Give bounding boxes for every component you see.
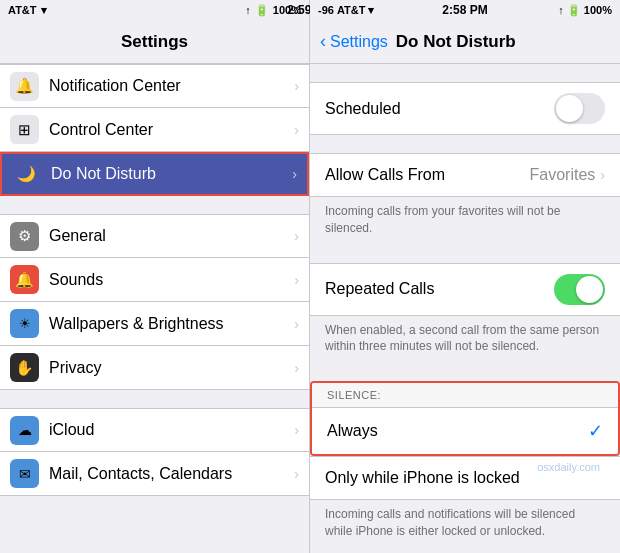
- back-chevron-icon: ‹: [320, 31, 326, 52]
- allow-calls-chevron: ›: [600, 167, 605, 183]
- repeated-calls-item[interactable]: Repeated Calls: [310, 263, 620, 316]
- scheduled-label: Scheduled: [325, 100, 554, 118]
- privacy-chevron: ›: [294, 360, 299, 376]
- right-wifi-icon: ▾: [368, 4, 374, 17]
- dnd-icon: 🌙: [12, 160, 41, 189]
- control-center-label: Control Center: [49, 121, 294, 139]
- right-signal: -96: [318, 4, 334, 16]
- left-panel: AT&T ▾ 2:59 PM ↑ 🔋 100% Settings 🔔 Notif…: [0, 0, 310, 553]
- right-status-left: -96 AT&T ▾: [318, 4, 374, 17]
- only-locked-section: Only while iPhone is locked Incoming cal…: [310, 456, 620, 548]
- left-nav-title: Settings: [121, 32, 188, 52]
- wallpaper-chevron: ›: [294, 316, 299, 332]
- back-label: Settings: [330, 33, 388, 51]
- sounds-icon: 🔔: [10, 265, 39, 294]
- settings-group-2: ⚙ General › 🔔 Sounds › ☀ Wallpapers & Br…: [0, 214, 309, 390]
- right-status-bar: -96 AT&T ▾ 2:58 PM ↑ 🔋 100%: [310, 0, 620, 20]
- general-label: General: [49, 227, 294, 245]
- privacy-icon: ✋: [10, 353, 39, 382]
- settings-group-3: ☁ iCloud › ✉ Mail, Contacts, Calendars ›: [0, 408, 309, 496]
- sidebar-item-do-not-disturb[interactable]: 🌙 Do Not Disturb ›: [0, 152, 309, 196]
- left-status-bar: AT&T ▾ 2:59 PM ↑ 🔋 100%: [0, 0, 309, 20]
- wallpaper-icon: ☀: [10, 309, 39, 338]
- back-button[interactable]: ‹ Settings: [320, 31, 388, 52]
- sidebar-item-sounds[interactable]: 🔔 Sounds ›: [0, 258, 309, 302]
- only-locked-label: Only while iPhone is locked: [325, 469, 520, 486]
- right-gps-icon: ↑: [558, 4, 564, 16]
- dnd-chevron: ›: [292, 166, 297, 182]
- settings-list: 🔔 Notification Center › ⊞ Control Center…: [0, 64, 309, 553]
- sidebar-item-mail[interactable]: ✉ Mail, Contacts, Calendars ›: [0, 452, 309, 496]
- allow-calls-value: Favorites: [530, 166, 596, 184]
- mail-icon: ✉: [10, 459, 39, 488]
- repeated-calls-section: Repeated Calls When enabled, a second ca…: [310, 263, 620, 364]
- allow-calls-description: Incoming calls from your favorites will …: [310, 197, 620, 245]
- general-chevron: ›: [294, 228, 299, 244]
- repeated-calls-description: When enabled, a second call from the sam…: [310, 316, 620, 364]
- only-locked-item[interactable]: Only while iPhone is locked: [310, 456, 620, 500]
- icloud-icon: ☁: [10, 416, 39, 445]
- control-center-chevron: ›: [294, 122, 299, 138]
- settings-group-1: 🔔 Notification Center › ⊞ Control Center…: [0, 64, 309, 196]
- silence-option-always[interactable]: Always ✓: [312, 408, 618, 454]
- right-battery-text: 100%: [584, 4, 612, 16]
- allow-calls-label: Allow Calls From: [325, 166, 530, 184]
- repeated-calls-label: Repeated Calls: [325, 280, 554, 298]
- silence-section: SILENCE: Always ✓: [310, 381, 620, 456]
- wifi-icon: ▾: [41, 4, 47, 17]
- control-center-icon: ⊞: [10, 115, 39, 144]
- sidebar-item-icloud[interactable]: ☁ iCloud ›: [0, 408, 309, 452]
- sidebar-item-control-center[interactable]: ⊞ Control Center ›: [0, 108, 309, 152]
- mail-label: Mail, Contacts, Calendars: [49, 465, 294, 483]
- silence-header: SILENCE:: [312, 383, 618, 408]
- always-checkmark: ✓: [588, 420, 603, 442]
- notification-center-icon: 🔔: [10, 72, 39, 101]
- sidebar-item-wallpaper[interactable]: ☀ Wallpapers & Brightness ›: [0, 302, 309, 346]
- right-time: 2:58 PM: [442, 3, 487, 17]
- sidebar-item-general[interactable]: ⚙ General ›: [0, 214, 309, 258]
- right-nav-title: Do Not Disturb: [396, 32, 516, 52]
- sounds-label: Sounds: [49, 271, 294, 289]
- sounds-chevron: ›: [294, 272, 299, 288]
- icloud-label: iCloud: [49, 421, 294, 439]
- allow-calls-section: Allow Calls From Favorites › Incoming ca…: [310, 153, 620, 245]
- carrier-text: AT&T: [8, 4, 37, 16]
- privacy-label: Privacy: [49, 359, 294, 377]
- sidebar-item-notification-center[interactable]: 🔔 Notification Center ›: [0, 64, 309, 108]
- right-panel: -96 AT&T ▾ 2:58 PM ↑ 🔋 100% ‹ Settings D…: [310, 0, 620, 553]
- wallpaper-label: Wallpapers & Brightness: [49, 315, 294, 333]
- right-battery-icon: 🔋: [567, 4, 581, 17]
- allow-calls-item[interactable]: Allow Calls From Favorites ›: [310, 153, 620, 197]
- right-carrier: AT&T: [337, 4, 366, 16]
- sidebar-item-privacy[interactable]: ✋ Privacy ›: [0, 346, 309, 390]
- scheduled-section: Scheduled: [310, 82, 620, 135]
- icloud-chevron: ›: [294, 422, 299, 438]
- silence-container: SILENCE: Always ✓: [310, 381, 620, 456]
- right-status-right: ↑ 🔋 100%: [558, 4, 612, 17]
- right-nav-header: ‹ Settings Do Not Disturb: [310, 20, 620, 64]
- scheduled-toggle[interactable]: [554, 93, 605, 124]
- dnd-label: Do Not Disturb: [51, 165, 292, 183]
- notification-center-chevron: ›: [294, 78, 299, 94]
- left-status-carrier: AT&T ▾: [8, 4, 47, 17]
- repeated-calls-toggle-knob: [576, 276, 603, 303]
- battery-icon: 🔋: [255, 4, 269, 17]
- repeated-calls-toggle[interactable]: [554, 274, 605, 305]
- always-label: Always: [327, 422, 588, 440]
- general-icon: ⚙: [10, 222, 39, 251]
- only-locked-description: Incoming calls and notifications will be…: [310, 500, 620, 548]
- gps-icon: ↑: [245, 4, 251, 16]
- mail-chevron: ›: [294, 466, 299, 482]
- left-nav-header: Settings: [0, 20, 309, 64]
- detail-list: Scheduled Allow Calls From Favorites › I…: [310, 64, 620, 553]
- scheduled-item[interactable]: Scheduled: [310, 82, 620, 135]
- scheduled-toggle-knob: [556, 95, 583, 122]
- notification-center-label: Notification Center: [49, 77, 294, 95]
